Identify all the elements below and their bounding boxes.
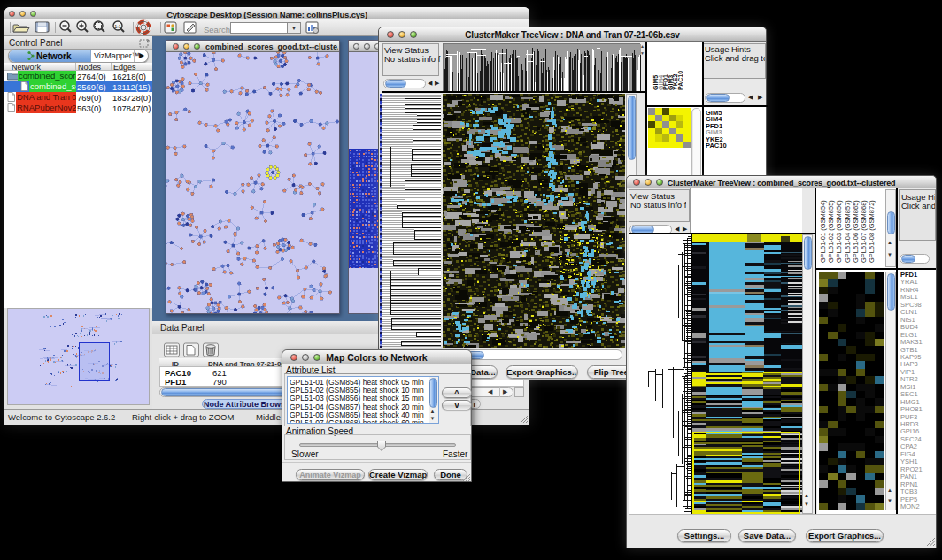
- svg-text:1:1: 1:1: [114, 24, 121, 29]
